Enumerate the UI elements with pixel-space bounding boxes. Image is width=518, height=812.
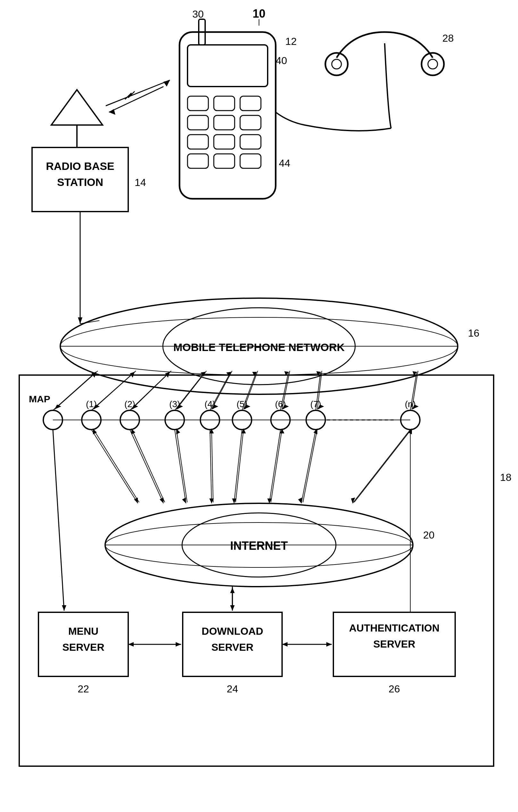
svg-line-92 — [269, 430, 281, 503]
ref-30: 30 — [192, 8, 204, 20]
svg-line-76 — [130, 430, 164, 503]
svg-line-86 — [211, 429, 213, 502]
patent-diagram: 10 12 30 40 44 — [0, 0, 518, 812]
mobile-network-label: MOBILE TELEPHONE NETWORK — [173, 341, 345, 353]
svg-rect-3 — [240, 96, 261, 111]
radio-base-station-label1: RADIO BASE — [46, 160, 114, 172]
svg-line-84 — [210, 430, 211, 503]
ref-14: 14 — [135, 177, 146, 188]
svg-rect-2 — [214, 96, 235, 111]
system-box — [19, 375, 494, 766]
svg-line-18 — [109, 87, 164, 112]
internet-label: INTERNET — [230, 539, 288, 552]
svg-line-102 — [354, 429, 412, 502]
svg-marker-81 — [182, 497, 186, 503]
svg-rect-1 — [188, 96, 208, 111]
svg-marker-111 — [230, 605, 235, 611]
svg-line-16 — [106, 80, 170, 106]
antenna-tower — [51, 90, 103, 125]
svg-rect-8 — [214, 135, 235, 149]
headphone-cord — [385, 43, 391, 128]
svg-marker-118 — [128, 642, 134, 646]
svg-line-90 — [236, 429, 243, 502]
ref-24: 24 — [227, 683, 238, 695]
svg-text:MENU: MENU — [68, 626, 98, 637]
svg-line-44 — [132, 371, 171, 409]
ref-28: 28 — [442, 32, 454, 44]
svg-text:SERVER: SERVER — [211, 641, 253, 653]
svg-rect-10 — [188, 154, 208, 168]
svg-marker-117 — [176, 642, 181, 646]
svg-line-50 — [210, 372, 231, 410]
svg-line-46 — [175, 372, 205, 410]
svg-text:AUTHENTICATION: AUTHENTICATION — [349, 622, 439, 634]
ref-10: 10 — [253, 7, 265, 20]
phone-screen — [188, 45, 268, 87]
svg-rect-11 — [214, 154, 235, 168]
svg-line-74 — [93, 429, 139, 502]
ref-40: 40 — [276, 55, 287, 66]
svg-line-98 — [303, 429, 317, 502]
svg-point-13 — [332, 59, 341, 69]
ref-16: 16 — [468, 327, 480, 339]
ref-22: 22 — [78, 683, 89, 695]
svg-marker-121 — [282, 642, 288, 646]
svg-line-80 — [175, 430, 186, 503]
svg-marker-47 — [201, 372, 205, 377]
svg-marker-17 — [164, 80, 170, 87]
svg-rect-7 — [188, 135, 208, 149]
svg-text:SERVER: SERVER — [62, 641, 104, 653]
map-label: MAP — [29, 394, 50, 404]
svg-rect-9 — [240, 135, 261, 149]
svg-line-82 — [176, 429, 187, 502]
radio-base-station-label2: STATION — [57, 176, 103, 188]
svg-line-72 — [91, 430, 138, 503]
ref-20: 20 — [423, 529, 435, 541]
svg-line-94 — [271, 429, 282, 502]
svg-line-54 — [242, 372, 256, 410]
ref-44: 44 — [279, 157, 290, 169]
svg-line-96 — [301, 430, 316, 503]
svg-line-88 — [234, 430, 242, 503]
svg-line-100 — [353, 430, 410, 503]
ref-12: 12 — [285, 36, 297, 47]
svg-marker-115 — [62, 605, 66, 611]
svg-marker-21 — [78, 317, 82, 324]
svg-rect-12 — [240, 154, 261, 168]
svg-marker-97 — [298, 497, 302, 503]
svg-line-56 — [243, 371, 258, 409]
svg-text:DOWNLOAD: DOWNLOAD — [202, 626, 263, 637]
ref-18: 18 — [500, 471, 512, 483]
svg-marker-37 — [55, 405, 61, 409]
svg-line-52 — [211, 371, 232, 409]
svg-rect-5 — [214, 115, 235, 130]
svg-point-14 — [428, 59, 437, 69]
svg-marker-120 — [326, 642, 332, 646]
ref-26: 26 — [388, 683, 400, 695]
svg-marker-113 — [230, 588, 235, 593]
svg-rect-4 — [188, 115, 208, 130]
svg-line-78 — [132, 429, 165, 502]
svg-text:SERVER: SERVER — [373, 638, 415, 650]
svg-line-114 — [53, 430, 64, 611]
svg-rect-6 — [240, 115, 261, 130]
